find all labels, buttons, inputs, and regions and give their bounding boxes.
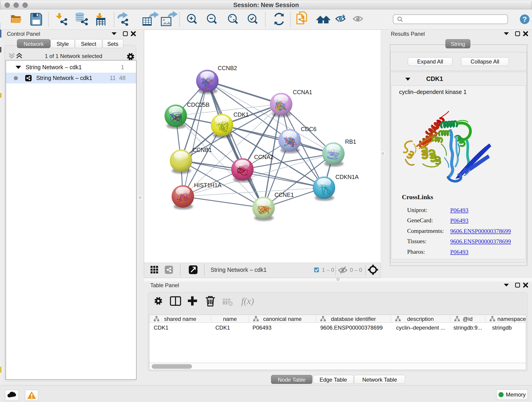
- svg-text:CCNA1: CCNA1: [293, 89, 312, 95]
- svg-text:CCNB1: CCNB1: [192, 147, 212, 153]
- svg-text:CDC25B: CDC25B: [187, 102, 210, 108]
- svg-text:CDC6: CDC6: [301, 126, 317, 132]
- svg-text:RB1: RB1: [345, 138, 356, 145]
- svg-text:CDKN1A: CDKN1A: [336, 174, 359, 180]
- svg-text:f(x): f(x): [241, 296, 254, 306]
- svg-text:CCNE1: CCNE1: [274, 191, 294, 198]
- svg-text:CCNA2: CCNA2: [254, 154, 273, 160]
- svg-text:CDK1: CDK1: [234, 111, 249, 118]
- svg-text:String Network – cdk1: String Network – cdk1: [210, 267, 267, 273]
- svg-text:1 – 0: 1 – 0: [322, 267, 334, 273]
- svg-text:HIST1H1A: HIST1H1A: [194, 182, 222, 188]
- svg-text:0 – 0: 0 – 0: [350, 267, 362, 273]
- svg-text:?: ?: [522, 15, 527, 23]
- svg-text:CCNB2: CCNB2: [218, 65, 237, 71]
